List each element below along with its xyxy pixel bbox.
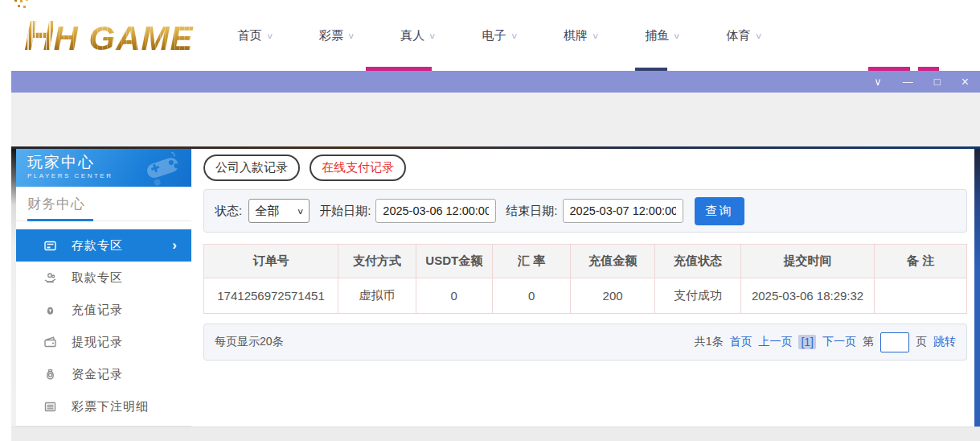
- nav-item-live[interactable]: 真人 ∨: [400, 28, 435, 43]
- sidebar-item-withdrawal-records[interactable]: 提现记录: [16, 326, 191, 358]
- sidebar-item-label: 彩票下注明细: [72, 399, 149, 414]
- prev-page-link[interactable]: 上一页: [758, 335, 792, 349]
- chevron-down-icon: ∨: [265, 31, 273, 40]
- chevron-down-icon: ∨: [428, 31, 437, 40]
- chevron-down-icon: ∨: [510, 31, 518, 40]
- col-submit-time: 提交时间: [741, 245, 875, 278]
- sidebar-item-label: 资金记录: [72, 367, 123, 382]
- funds-bag-icon: [43, 368, 59, 381]
- sidebar-item-withdraw-zone[interactable]: 取款专区: [16, 262, 191, 294]
- nav-item-fishing[interactable]: 捕鱼 ∨: [645, 28, 679, 43]
- finance-center-label: 财务中心: [27, 196, 85, 212]
- col-order-number: 订单号: [204, 245, 338, 278]
- nav-label: 体育: [727, 28, 751, 43]
- table-row: 1741256972571451 虚拟币 0 0 200 支付成功 2025-0…: [204, 278, 967, 314]
- end-date-label: 结束日期:: [506, 204, 557, 219]
- site-header: H H GAME 首页 ∨ 彩票 ∨ 真人 ∨ 电子 ∨ 棋牌 ∨: [0, 0, 980, 71]
- col-recharge-status: 充值状态: [654, 245, 740, 278]
- screen: H H GAME 首页 ∨ 彩票 ∨ 真人 ∨ 电子 ∨ 棋牌 ∨: [0, 0, 980, 441]
- sidebar-item-recharge-records[interactable]: 充值记录: [16, 294, 191, 326]
- pagination-bar: 每页显示20条 共1条 首页 上一页 [1] 下一页 第 页 跳转: [203, 324, 967, 361]
- close-button[interactable]: ×: [962, 76, 969, 89]
- jump-button[interactable]: 跳转: [933, 335, 956, 349]
- deposit-card-icon: [43, 239, 59, 253]
- sidebar-header: 玩家中心 PLAYERS CENTER: [16, 149, 191, 187]
- start-date-label: 开始日期:: [319, 204, 371, 219]
- table-header-row: 订单号 支付方式 USDT金额 汇 率 充值金额 充值状态 提交时间 备 注: [204, 245, 967, 278]
- background-edge-right: [974, 149, 980, 427]
- sidebar-item-label: 取款专区: [72, 270, 123, 286]
- nav-label: 棋牌: [564, 28, 588, 43]
- col-usdt-amount: USDT金额: [416, 245, 492, 278]
- main-panel: 公司入款记录 在线支付记录 状态: 全部 ∨ 开始日期: 结束日期: 查询: [191, 149, 974, 427]
- col-remark: 备 注: [875, 245, 967, 278]
- status-label: 状态:: [215, 204, 242, 219]
- gamepad-icon: [139, 149, 189, 187]
- main-nav: 首页 ∨ 彩票 ∨ 真人 ∨ 电子 ∨ 棋牌 ∨ 捕鱼 ∨: [238, 28, 761, 43]
- collapse-button[interactable]: ∨: [874, 76, 882, 87]
- hand-money-icon: [43, 271, 59, 285]
- chevron-down-icon: ∨: [592, 31, 600, 40]
- cell-submit-time: 2025-03-06 18:29:32: [741, 278, 875, 314]
- app-footer: [11, 427, 980, 441]
- cell-order-number: 1741256972571451: [204, 278, 338, 314]
- first-page-link[interactable]: 首页: [729, 335, 752, 349]
- cell-recharge-status: 支付成功: [654, 278, 740, 314]
- list-icon: [43, 400, 59, 414]
- sidebar-item-label: 提现记录: [72, 335, 123, 350]
- cell-usdt-amount: 0: [416, 278, 492, 314]
- query-button[interactable]: 查询: [695, 197, 744, 225]
- cell-recharge-amount: 200: [571, 278, 654, 314]
- logo[interactable]: H H GAME: [13, 14, 194, 56]
- maximize-button[interactable]: □: [934, 76, 941, 87]
- sidebar-item-funds-records[interactable]: 资金记录: [16, 358, 191, 390]
- content-row: 玩家中心 PLAYERS CENTER 财务中心: [11, 149, 980, 427]
- col-exchange-rate: 汇 率: [492, 245, 571, 278]
- nav-item-slots[interactable]: 电子 ∨: [482, 28, 517, 43]
- status-select[interactable]: 全部 ∨: [248, 199, 310, 223]
- sidebar-item-lottery-bet-details[interactable]: 彩票下注明细: [16, 390, 191, 422]
- money-bag-icon: [43, 303, 59, 317]
- col-payment-method: 支付方式: [338, 245, 416, 278]
- spacer-band: [11, 93, 980, 146]
- current-page[interactable]: [1]: [798, 335, 816, 349]
- sidebar-item-label: 充值记录: [72, 303, 123, 318]
- per-page-label: 每页显示20条: [215, 335, 284, 349]
- page-jump-input[interactable]: [880, 332, 909, 352]
- finance-center-tab[interactable]: 财务中心: [16, 187, 191, 221]
- nav-label: 电子: [482, 28, 506, 43]
- arrow-right-icon: ›: [172, 237, 177, 253]
- sidebar: 玩家中心 PLAYERS CENTER 财务中心: [16, 149, 191, 427]
- chevron-down-icon: ∨: [754, 31, 762, 40]
- minimize-button[interactable]: —: [903, 76, 913, 87]
- record-tabs: 公司入款记录 在线支付记录: [203, 155, 967, 181]
- nav-label: 彩票: [319, 28, 343, 43]
- total-count: 共1条: [695, 335, 724, 349]
- chevron-down-icon: ∨: [673, 31, 681, 40]
- jump-prefix-label: 第: [863, 335, 874, 349]
- status-select-value: 全部: [255, 204, 279, 219]
- start-date-input[interactable]: [375, 199, 496, 223]
- col-recharge-amount: 充值金额: [571, 245, 654, 278]
- cell-payment-method: 虚拟币: [338, 278, 416, 314]
- sidebar-item-label: 存款专区: [72, 238, 123, 253]
- end-date-input[interactable]: [563, 199, 683, 223]
- sidebar-menu: 存款专区 › 取款专区: [16, 229, 191, 422]
- sidebar-item-deposit-zone[interactable]: 存款专区 ›: [16, 229, 191, 262]
- records-table: 订单号 支付方式 USDT金额 汇 率 充值金额 充值状态 提交时间 备 注 1: [203, 244, 967, 314]
- logo-text: H GAME: [54, 22, 194, 56]
- chevron-down-icon: ∨: [347, 31, 355, 40]
- nav-item-sports[interactable]: 体育 ∨: [727, 28, 761, 43]
- nav-item-lottery[interactable]: 彩票 ∨: [319, 28, 354, 43]
- pagination-controls: 共1条 首页 上一页 [1] 下一页 第 页 跳转: [695, 332, 956, 352]
- cell-remark: [875, 278, 967, 314]
- tab-company-deposit-records[interactable]: 公司入款记录: [203, 155, 300, 181]
- next-page-link[interactable]: 下一页: [822, 335, 856, 349]
- nav-item-chess[interactable]: 棋牌 ∨: [564, 28, 598, 43]
- nav-item-home[interactable]: 首页 ∨: [238, 28, 273, 43]
- tab-online-payment-records[interactable]: 在线支付记录: [310, 155, 406, 181]
- jump-suffix-label: 页: [916, 335, 927, 349]
- nav-label: 首页: [238, 28, 262, 43]
- nav-label: 真人: [400, 28, 424, 43]
- chevron-down-icon: ∨: [297, 207, 305, 216]
